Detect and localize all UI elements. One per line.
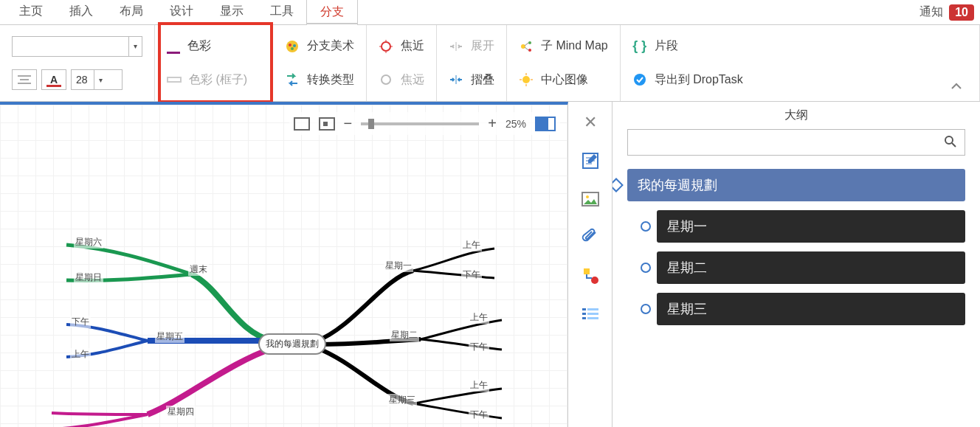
export-droptask-icon bbox=[632, 72, 647, 87]
color-box-button[interactable]: 色彩 (框子) bbox=[167, 72, 260, 88]
branch-wed-am[interactable]: 上午 bbox=[469, 379, 489, 392]
branch-fri[interactable]: 星期五 bbox=[155, 330, 184, 343]
tab-design[interactable]: 设计 bbox=[156, 0, 207, 25]
search-icon bbox=[944, 135, 957, 150]
svg-rect-29 bbox=[584, 268, 590, 274]
align-icon[interactable] bbox=[12, 69, 37, 90]
ribbon-expand-caret-icon[interactable] bbox=[951, 80, 972, 95]
branch-art-button[interactable]: 分支美术 bbox=[285, 38, 354, 54]
fragment-button[interactable]: { } 片段 bbox=[632, 38, 967, 54]
branch-fri-am[interactable]: 上午 bbox=[70, 348, 91, 361]
workspace: − + 25% bbox=[0, 102, 980, 427]
side-dock: ✕ bbox=[568, 102, 612, 427]
branch-sun[interactable]: 星期日 bbox=[74, 271, 103, 284]
outline-search-input[interactable] bbox=[627, 129, 965, 156]
svg-rect-34 bbox=[587, 313, 598, 315]
ribbon-group-font: ▾ A 28▾ bbox=[0, 25, 155, 101]
outline-tree: 我的每週規劃 星期一 星期二 星期三 bbox=[612, 163, 980, 331]
tab-layout[interactable]: 布局 bbox=[106, 0, 156, 25]
svg-point-6 bbox=[291, 47, 294, 50]
branch-art-label: 分支美术 bbox=[307, 38, 354, 54]
mindmap-canvas[interactable]: − + 25% bbox=[0, 102, 568, 427]
expand-label: 展开 bbox=[471, 38, 494, 54]
color-icon bbox=[167, 39, 180, 54]
tab-insert[interactable]: 插入 bbox=[56, 0, 106, 25]
focus-near-label: 焦近 bbox=[401, 38, 424, 54]
ribbon-group-color: 色彩 色彩 (框子) bbox=[155, 25, 273, 101]
focus-near-button[interactable]: 焦近 bbox=[379, 38, 424, 54]
branch-mon[interactable]: 星期一 bbox=[384, 260, 413, 272]
expand-icon bbox=[449, 39, 463, 54]
svg-rect-31 bbox=[582, 308, 586, 310]
outline-item[interactable]: 星期三 bbox=[657, 293, 965, 325]
focus-far-button[interactable]: 焦远 bbox=[379, 72, 424, 88]
svg-point-5 bbox=[293, 44, 296, 47]
tab-home[interactable]: 主页 bbox=[6, 0, 56, 25]
ribbon-group-sub: 子 Mind Map 中心图像 bbox=[507, 25, 621, 101]
color-label: 色彩 bbox=[187, 38, 211, 54]
notifications[interactable]: 通知 10 bbox=[919, 4, 974, 21]
tab-tools[interactable]: 工具 bbox=[257, 0, 307, 25]
center-image-icon bbox=[519, 72, 534, 87]
branch-mon-pm[interactable]: 下午 bbox=[461, 268, 482, 281]
convert-type-button[interactable]: 转换类型 bbox=[285, 72, 354, 88]
outline-item[interactable]: 星期二 bbox=[657, 251, 965, 284]
focus-far-label: 焦远 bbox=[401, 72, 424, 88]
ribbon-group-fragment: { } 片段 导出到 DropTask bbox=[621, 25, 980, 101]
branch-thu[interactable]: 星期四 bbox=[166, 406, 196, 418]
tab-branch[interactable]: 分支 bbox=[307, 0, 357, 26]
collapse-button[interactable]: 摺叠 bbox=[449, 72, 494, 88]
center-image-label: 中心图像 bbox=[541, 72, 588, 88]
branch-tue-am[interactable]: 上午 bbox=[469, 311, 489, 324]
tab-view[interactable]: 显示 bbox=[207, 0, 257, 25]
expand-button[interactable]: 展开 bbox=[449, 38, 494, 54]
svg-point-15 bbox=[521, 44, 525, 49]
svg-rect-32 bbox=[587, 308, 598, 310]
list-icon[interactable] bbox=[579, 302, 602, 326]
svg-point-37 bbox=[945, 136, 953, 144]
svg-point-28 bbox=[586, 195, 589, 198]
branch-wed[interactable]: 星期三 bbox=[387, 394, 417, 406]
notifications-label: 通知 bbox=[919, 4, 943, 20]
font-size-value: 28 bbox=[72, 74, 94, 86]
central-node[interactable]: 我的每週規劃 bbox=[258, 333, 326, 355]
svg-point-17 bbox=[528, 49, 531, 52]
outline-item[interactable]: 星期一 bbox=[657, 210, 965, 243]
svg-point-12 bbox=[382, 75, 390, 84]
svg-point-25 bbox=[634, 74, 646, 86]
image-icon[interactable] bbox=[579, 187, 602, 211]
svg-rect-35 bbox=[582, 317, 586, 319]
menu-bar: 主页 插入 布局 设计 显示 工具 分支 通知 10 bbox=[0, 0, 980, 25]
notes-icon[interactable] bbox=[579, 149, 602, 173]
fragment-label: 片段 bbox=[655, 38, 678, 54]
export-droptask-button[interactable]: 导出到 DropTask bbox=[632, 72, 967, 88]
branch-icon[interactable] bbox=[579, 264, 602, 288]
svg-point-30 bbox=[591, 277, 598, 284]
branch-sat[interactable]: 星期六 bbox=[74, 236, 103, 249]
branch-tue[interactable]: 星期二 bbox=[390, 329, 419, 341]
branch-art-icon bbox=[285, 39, 300, 54]
ribbon-group-focus: 焦近 焦远 bbox=[367, 25, 437, 101]
color-button[interactable]: 色彩 bbox=[167, 38, 260, 54]
ribbon-group-expand: 展开 摺叠 bbox=[437, 25, 507, 101]
svg-point-20 bbox=[522, 76, 530, 83]
convert-type-label: 转换类型 bbox=[307, 72, 354, 88]
font-color-icon[interactable]: A bbox=[41, 69, 66, 90]
branch-weekend[interactable]: 週末 bbox=[188, 263, 209, 276]
collapse-label: 摺叠 bbox=[471, 72, 494, 88]
center-image-button[interactable]: 中心图像 bbox=[519, 72, 608, 88]
font-size-select[interactable]: 28▾ bbox=[71, 69, 122, 90]
color-box-icon bbox=[167, 77, 182, 83]
close-panel-button[interactable]: ✕ bbox=[579, 111, 602, 134]
branch-wed-pm[interactable]: 下午 bbox=[469, 409, 489, 421]
branch-fri-pm[interactable]: 下午 bbox=[70, 316, 91, 328]
outline-root[interactable]: 我的每週規劃 bbox=[627, 169, 965, 201]
font-family-select[interactable]: ▾ bbox=[12, 36, 142, 57]
attachment-icon[interactable] bbox=[579, 226, 602, 249]
sub-mindmap-button[interactable]: 子 Mind Map bbox=[519, 38, 608, 54]
branch-mon-am[interactable]: 上午 bbox=[461, 239, 482, 251]
outline-panel: 大纲 我的每週規劃 星期一 星期二 星期三 bbox=[612, 102, 980, 427]
focus-near-icon bbox=[379, 39, 393, 54]
branch-tue-pm[interactable]: 下午 bbox=[469, 341, 489, 353]
svg-rect-36 bbox=[587, 317, 598, 319]
